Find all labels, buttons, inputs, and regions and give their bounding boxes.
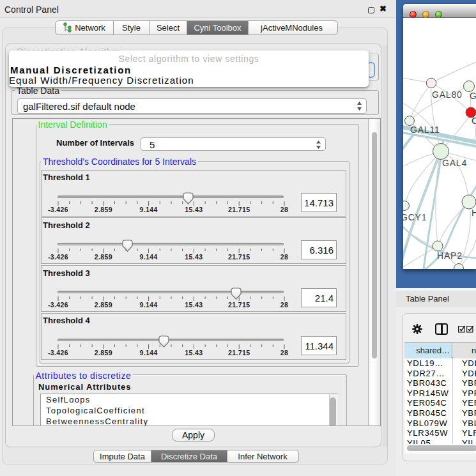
svg-text:H: H	[472, 208, 476, 218]
svg-text:GA: GA	[470, 91, 476, 101]
svg-text:GAL11: GAL11	[410, 125, 440, 135]
svg-text:GAL4: GAL4	[442, 158, 467, 168]
svg-text:GCY1: GCY1	[403, 212, 427, 222]
svg-text:HAP2: HAP2	[437, 250, 463, 261]
svg-text:GAL80: GAL80	[432, 89, 463, 100]
svg-text:C: C	[472, 116, 476, 126]
